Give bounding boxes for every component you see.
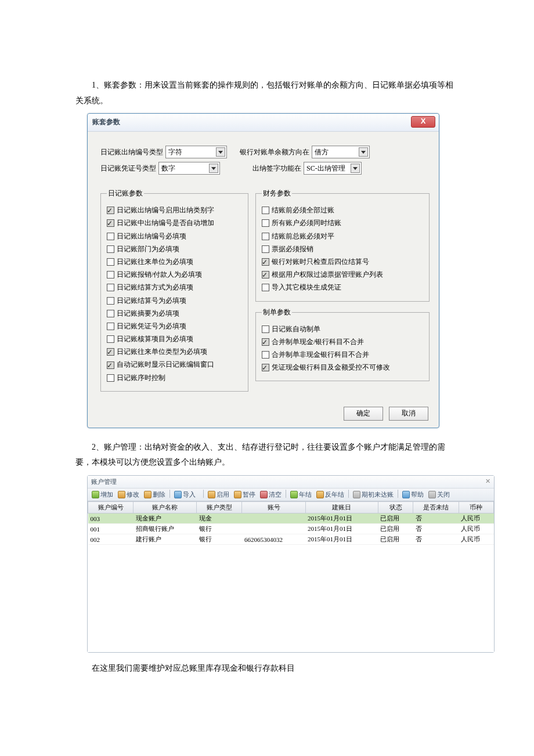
column-header[interactable]: 账户名称 <box>134 502 197 513</box>
table-row[interactable]: 002建行账户银行6620653040322015年01月01日已启用否人民币 <box>88 534 494 545</box>
checkbox-row[interactable]: 导入其它模块生成凭证 <box>262 282 423 293</box>
checkbox-icon[interactable] <box>107 310 114 317</box>
checkbox-icon[interactable] <box>262 245 269 253</box>
checkbox-row[interactable]: 根据用户权限过滤票据管理账户列表 <box>262 269 423 280</box>
column-header[interactable]: 是否未结 <box>413 502 459 513</box>
table-cell: 否 <box>413 524 459 534</box>
checkbox-label: 导入其它模块生成凭证 <box>272 282 341 293</box>
checkbox-icon[interactable] <box>262 233 269 240</box>
checkbox-row[interactable]: 所有账户必须同时结账 <box>262 218 423 229</box>
order-legend: 制单参数 <box>262 308 292 317</box>
checkbox-icon[interactable] <box>262 207 269 214</box>
toolbar-button[interactable]: 年结 <box>288 490 313 500</box>
checkbox-icon[interactable] <box>107 297 114 305</box>
toolbar-button[interactable]: 暂停 <box>232 490 257 500</box>
checkbox-row[interactable]: 日记账往来单位类型为必填项 <box>107 346 242 357</box>
toolbar-button[interactable]: 修改 <box>116 490 141 500</box>
balance-direction-combo[interactable]: 借方 <box>312 146 370 158</box>
table-cell: 003 <box>88 513 134 524</box>
checkbox-row[interactable]: 日记账中出纳编号是否自动增加 <box>107 218 242 229</box>
checkbox-icon[interactable] <box>107 335 114 343</box>
table-cell: 2015年01月01日 <box>305 534 378 545</box>
checkbox-row[interactable]: 票据必须报销 <box>262 244 423 255</box>
checkbox-icon[interactable] <box>107 271 114 278</box>
checkbox-row[interactable]: 日记账出纳编号启用出纳类别字 <box>107 205 242 216</box>
toolbar-button[interactable]: 启用 <box>206 490 231 500</box>
ok-button[interactable]: 确定 <box>344 407 383 421</box>
toolbar-button[interactable]: 删除 <box>142 490 167 500</box>
acct-titlebar: 账户管理 ✕ <box>88 476 494 489</box>
checkbox-icon[interactable] <box>107 245 114 253</box>
checkbox-icon[interactable] <box>262 219 269 227</box>
checkbox-row[interactable]: 日记账报销/付款人为必填项 <box>107 269 242 280</box>
signature-func-combo[interactable]: SC-出纳管理 <box>304 162 362 175</box>
balance-direction-value: 借方 <box>315 147 329 157</box>
table-cell: 银行 <box>197 534 242 545</box>
checkbox-icon[interactable] <box>262 338 269 346</box>
checkbox-icon[interactable] <box>107 374 114 382</box>
checkbox-icon[interactable] <box>107 207 114 214</box>
checkbox-icon[interactable] <box>107 219 114 227</box>
cancel-button[interactable]: 取消 <box>389 407 428 421</box>
toolbar-button[interactable]: 帮助 <box>400 490 425 500</box>
checkbox-row[interactable]: 日记账结算号为必填项 <box>107 295 242 306</box>
separator <box>203 490 204 498</box>
checkbox-icon[interactable] <box>262 284 269 291</box>
table-row[interactable]: 003现金账户现金2015年01月01日已启用否人民币 <box>88 513 494 524</box>
checkbox-row[interactable]: 日记账结算方式为必填项 <box>107 282 242 293</box>
toolbar-button[interactable]: 增加 <box>90 490 115 500</box>
column-header[interactable]: 账户类型 <box>197 502 242 513</box>
checkbox-icon[interactable] <box>262 351 269 359</box>
column-header[interactable]: 币种 <box>459 502 493 513</box>
checkbox-row[interactable]: 日记账凭证号为必填项 <box>107 321 242 332</box>
toolbar-button[interactable]: 清空 <box>258 490 283 500</box>
checkbox-row[interactable]: 日记账核算项目为必填项 <box>107 334 242 345</box>
close-button[interactable]: X <box>411 116 435 128</box>
column-header[interactable]: 账户编号 <box>88 502 134 513</box>
checkbox-row[interactable]: 结账前总账必须对平 <box>262 231 423 242</box>
checkbox-row[interactable]: 日记账部门为必填项 <box>107 244 242 255</box>
checkbox-icon[interactable] <box>107 323 114 330</box>
checkbox-icon[interactable] <box>107 233 114 240</box>
toolbar-button[interactable]: 导入 <box>172 490 197 500</box>
table-cell: 已启用 <box>378 524 413 534</box>
toolbar-icon <box>92 491 99 498</box>
checkbox-row[interactable]: 自动记账时显示日记账编辑窗口 <box>107 359 242 370</box>
column-header[interactable]: 建账日 <box>305 502 378 513</box>
checkbox-row[interactable]: 合并制单现金/银行科目不合并 <box>262 337 423 348</box>
toolbar: 增加修改删除导入启用暂停清空年结反年结期初未达账帮助关闭 <box>88 489 494 501</box>
checkbox-row[interactable]: 日记账摘要为必填项 <box>107 308 242 319</box>
checkbox-row[interactable]: 日记账出纳编号必填项 <box>107 231 242 242</box>
column-header[interactable]: 状态 <box>378 502 413 513</box>
checkbox-icon[interactable] <box>262 271 269 278</box>
toolbar-label: 反年结 <box>325 490 344 499</box>
column-header[interactable]: 账号 <box>242 502 305 513</box>
checkbox-icon[interactable] <box>107 284 114 291</box>
checkbox-row[interactable]: 结账前必须全部过账 <box>262 205 423 216</box>
toolbar-button[interactable]: 反年结 <box>315 490 346 500</box>
checkbox-icon[interactable] <box>107 258 114 266</box>
checkbox-row[interactable]: 日记账序时控制 <box>107 372 242 384</box>
checkbox-row[interactable]: 日记账往来单位为必填项 <box>107 256 242 267</box>
voucher-numtype-value: 数字 <box>161 164 175 173</box>
close-icon[interactable]: ✕ <box>485 478 490 486</box>
checkbox-row[interactable]: 银行对账时只检查后四位结算号 <box>262 256 423 267</box>
checkbox-icon[interactable] <box>107 348 114 356</box>
toolbar-button[interactable]: 期初未达账 <box>351 490 395 500</box>
table-row[interactable]: 001招商银行账户银行2015年01月01日已启用否人民币 <box>88 524 494 534</box>
table-cell: 现金 <box>197 513 242 524</box>
journal-numtype-combo[interactable]: 字符 <box>165 146 227 158</box>
checkbox-icon[interactable] <box>107 361 114 369</box>
account-grid: 账户编号账户名称账户类型账号建账日状态是否未结币种 003现金账户现金2015年… <box>88 501 494 545</box>
checkbox-row[interactable]: 凭证现金银行科目及金额受控不可修改 <box>262 362 423 373</box>
table-cell: 001 <box>88 524 134 534</box>
toolbar-icon <box>174 491 182 498</box>
checkbox-icon[interactable] <box>262 325 269 333</box>
checkbox-row[interactable]: 合并制单非现金银行科目不合并 <box>262 349 423 360</box>
checkbox-icon[interactable] <box>262 258 269 266</box>
voucher-numtype-combo[interactable]: 数字 <box>158 162 220 175</box>
toolbar-button[interactable]: 关闭 <box>427 490 452 500</box>
checkbox-icon[interactable] <box>262 364 269 371</box>
checkbox-row[interactable]: 日记账自动制单 <box>262 324 423 335</box>
table-cell: 现金账户 <box>134 513 197 524</box>
